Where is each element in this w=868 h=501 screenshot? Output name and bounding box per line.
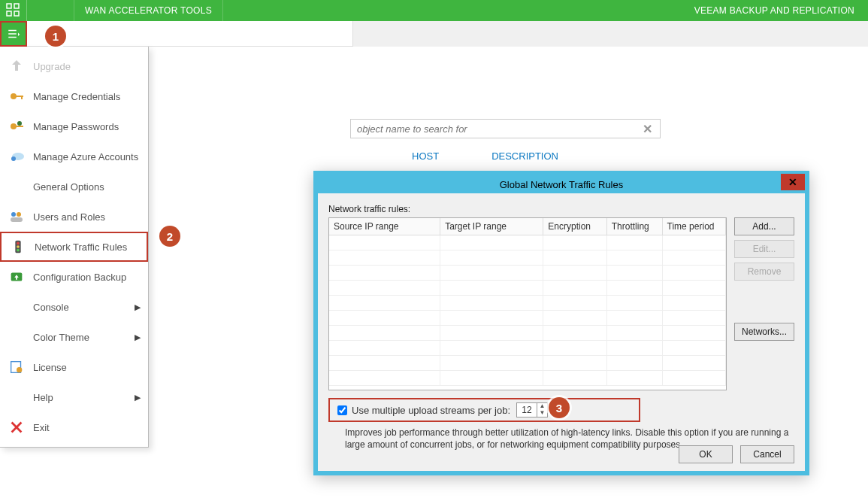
menu-color-theme[interactable]: Color Theme ▶ xyxy=(0,322,148,352)
table-row[interactable] xyxy=(329,311,726,326)
hamburger-row xyxy=(0,21,868,47)
chevron-right-icon: ▶ xyxy=(135,332,141,342)
table-row[interactable] xyxy=(329,281,726,296)
svg-rect-8 xyxy=(16,126,23,127)
step-badge-2: 2 xyxy=(159,226,180,247)
main-menu-button[interactable] xyxy=(0,21,27,47)
table-row[interactable] xyxy=(329,250,726,266)
menu-help[interactable]: Help ▶ xyxy=(0,382,148,412)
password-key-icon xyxy=(6,116,27,137)
multi-upload-streams-checkbox[interactable] xyxy=(337,405,347,415)
ribbon-tab-wan-tools[interactable]: WAN ACCELERATOR TOOLS xyxy=(74,0,223,21)
menu-manage-credentials[interactable]: Manage Credentials xyxy=(0,81,148,111)
svg-point-4 xyxy=(11,93,17,99)
app-title: VEEAM BACKUP AND REPLICATION xyxy=(694,0,868,21)
search-input[interactable] xyxy=(355,123,640,135)
table-row[interactable] xyxy=(329,266,726,281)
menu-network-traffic-rules[interactable]: Network Traffic Rules xyxy=(0,232,148,262)
table-row[interactable] xyxy=(329,356,726,371)
menu-icon xyxy=(7,27,20,41)
col-time-period[interactable]: Time period xyxy=(662,218,725,235)
svg-point-18 xyxy=(17,249,20,252)
step-badge-1: 1 xyxy=(45,26,66,47)
svg-point-21 xyxy=(17,367,22,372)
rules-label: Network traffic rules: xyxy=(328,204,794,214)
svg-point-9 xyxy=(17,121,22,126)
chevron-right-icon: ▶ xyxy=(135,393,141,402)
menu-users-roles[interactable]: Users and Roles xyxy=(0,202,148,232)
cloud-user-icon xyxy=(6,146,27,167)
dialog-title: Global Network Traffic Rules xyxy=(500,179,624,190)
dialog-close-button[interactable]: ✕ xyxy=(781,174,805,190)
remove-button[interactable]: Remove xyxy=(734,263,794,281)
table-row[interactable] xyxy=(329,371,726,386)
col-description[interactable]: DESCRIPTION xyxy=(491,150,558,162)
menu-console[interactable]: Console ▶ xyxy=(0,292,148,322)
col-target-ip[interactable]: Target IP range xyxy=(440,218,543,235)
svg-rect-0 xyxy=(7,4,11,8)
checkbox-label: Use multiple upload streams per job: xyxy=(352,405,510,416)
license-icon xyxy=(6,357,27,378)
chevron-right-icon: ▶ xyxy=(135,302,141,312)
svg-point-13 xyxy=(17,212,21,217)
key-icon xyxy=(6,86,27,107)
svg-rect-1 xyxy=(14,4,19,8)
svg-rect-6 xyxy=(21,96,23,99)
table-row[interactable] xyxy=(329,326,726,341)
menu-configuration-backup[interactable]: Configuration Backup xyxy=(0,262,148,292)
global-network-traffic-rules-dialog: Global Network Traffic Rules ✕ Network t… xyxy=(313,171,809,475)
svg-rect-14 xyxy=(11,217,23,222)
svg-rect-3 xyxy=(14,11,19,16)
table-row[interactable] xyxy=(329,296,726,311)
col-encryption[interactable]: Encryption xyxy=(543,218,606,235)
col-source-ip[interactable]: Source IP range xyxy=(329,218,440,235)
menu-manage-passwords[interactable]: Manage Passwords xyxy=(0,111,148,141)
svg-rect-2 xyxy=(7,11,11,16)
menu-exit[interactable]: Exit xyxy=(0,412,148,442)
grid-column-headers: HOST DESCRIPTION xyxy=(412,150,558,162)
close-icon xyxy=(6,417,27,438)
cancel-button[interactable]: Cancel xyxy=(740,445,794,463)
spinner-down[interactable]: ▼ xyxy=(537,410,547,417)
dialog-titlebar: Global Network Traffic Rules ✕ xyxy=(318,175,805,193)
add-button[interactable]: Add... xyxy=(734,217,794,235)
streams-value: 12 xyxy=(517,405,537,415)
top-ribbon: WAN ACCELERATOR TOOLS VEEAM BACKUP AND R… xyxy=(0,0,868,21)
col-throttling[interactable]: Throttling xyxy=(606,218,662,235)
table-row[interactable] xyxy=(329,235,726,250)
users-icon xyxy=(6,206,27,227)
svg-point-11 xyxy=(11,156,16,161)
upgrade-icon xyxy=(6,56,27,77)
step-badge-3: 3 xyxy=(549,397,570,418)
svg-point-16 xyxy=(17,242,20,245)
table-row[interactable] xyxy=(329,341,726,356)
ribbon-app-icon[interactable] xyxy=(0,0,27,21)
backup-icon xyxy=(6,266,27,287)
menu-upgrade: Upgrade xyxy=(0,51,148,81)
application-menu: Upgrade Manage Credentials Manage Passwo… xyxy=(0,47,149,448)
hamburger-grid-icon xyxy=(5,2,23,20)
streams-spinner[interactable]: 12 ▲ ▼ xyxy=(516,402,548,418)
menu-license[interactable]: License xyxy=(0,352,148,382)
options-icon xyxy=(6,176,27,197)
upload-streams-row: Use multiple upload streams per job: 12 … xyxy=(328,398,640,422)
menu-manage-azure[interactable]: Manage Azure Accounts xyxy=(0,141,148,172)
clear-search-icon[interactable]: ✕ xyxy=(640,122,655,136)
networks-button[interactable]: Networks... xyxy=(734,323,794,341)
rules-table[interactable]: Source IP range Target IP range Encrypti… xyxy=(328,217,727,390)
svg-point-7 xyxy=(11,123,17,129)
svg-point-17 xyxy=(17,245,20,248)
search-box[interactable]: ✕ xyxy=(350,119,661,138)
menu-general-options[interactable]: General Options xyxy=(0,172,148,202)
traffic-light-icon xyxy=(8,236,29,257)
edit-button[interactable]: Edit... xyxy=(734,240,794,258)
col-host[interactable]: HOST xyxy=(412,150,439,162)
ok-button[interactable]: OK xyxy=(679,445,733,463)
svg-point-12 xyxy=(11,212,16,217)
